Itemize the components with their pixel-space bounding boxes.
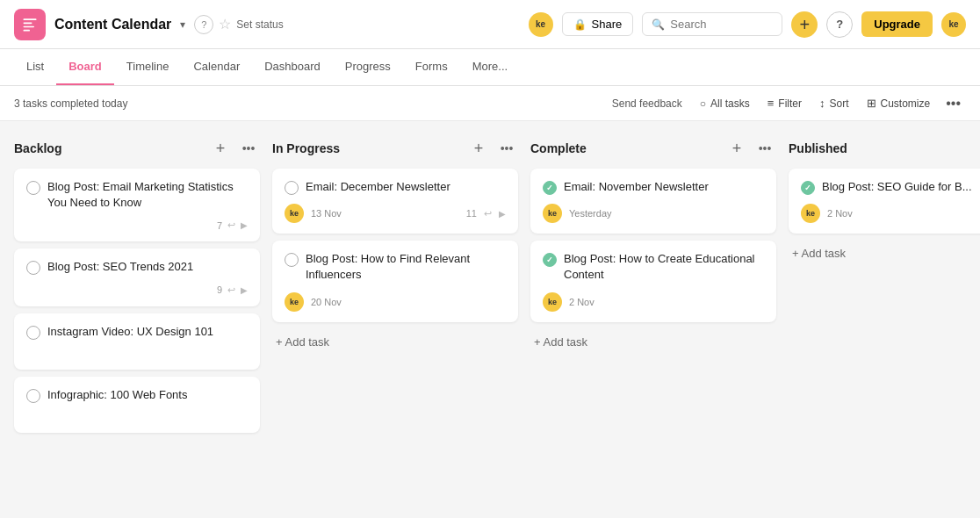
card-3-check	[26, 326, 40, 340]
card-4[interactable]: Infographic: 100 Web Fonts	[14, 377, 260, 433]
nav-item-calendar[interactable]: Calendar	[181, 49, 252, 85]
nav-item-dashboard[interactable]: Dashboard	[252, 49, 333, 85]
toolbar-more-btn[interactable]: •••	[940, 92, 966, 115]
col-more-in-progress[interactable]: •••	[495, 137, 518, 160]
card-8-title: Blog Post: How to Create Educational Con…	[564, 251, 764, 283]
card-5-icon1: ↩	[484, 208, 492, 219]
card-9-title: Blog Post: SEO Guide for B...	[822, 179, 972, 195]
search-icon: 🔍	[652, 18, 665, 31]
add-task-published[interactable]: + Add task	[789, 241, 980, 266]
nav-item-progress[interactable]: Progress	[333, 49, 403, 85]
card-6[interactable]: Blog Post: How to Find Relevant Influenc…	[272, 241, 518, 321]
svg-rect-3	[24, 29, 31, 31]
card-3[interactable]: Instagram Video: UX Design 101	[14, 313, 260, 370]
card-1-meta: 7	[217, 220, 222, 231]
card-3-title: Instagram Video: UX Design 101	[47, 324, 213, 340]
project-title: Content Calendar	[54, 17, 171, 32]
card-7-avatar: ke	[543, 204, 562, 223]
card-8-date: 2 Nov	[569, 297, 594, 307]
card-7-title: Email: November Newsletter	[564, 179, 709, 195]
app-icon	[14, 9, 46, 40]
card-5[interactable]: Email: December Newsletter ke 13 Nov 11 …	[272, 169, 518, 234]
col-more-backlog[interactable]: •••	[237, 137, 260, 160]
customize-icon: ⊞	[867, 97, 876, 110]
all-tasks-btn[interactable]: ○ All tasks	[693, 94, 757, 113]
col-add-in-progress[interactable]: +	[467, 137, 490, 160]
sort-label: Sort	[829, 97, 848, 110]
card-1-icon1: ↩	[227, 219, 235, 231]
set-status[interactable]: Set status	[236, 18, 283, 31]
column-complete: Complete + ••• ✓ Email: November Newslet…	[530, 135, 776, 355]
all-tasks-label: All tasks	[710, 97, 750, 110]
column-published: Published + ••• ✓ Blog Post: SEO Guide f…	[789, 135, 980, 266]
card-1-check	[26, 181, 40, 195]
filter-icon: ≡	[767, 97, 775, 110]
toolbar: 3 tasks completed today Send feedback ○ …	[0, 86, 980, 121]
filter-label: Filter	[778, 97, 802, 110]
card-9-avatar: ke	[801, 204, 820, 223]
card-9-check: ✓	[801, 181, 815, 195]
add-task-complete[interactable]: + Add task	[530, 329, 776, 355]
board: Backlog + ••• Blog Post: Email Marketing…	[0, 121, 980, 518]
col-header-backlog: Backlog + •••	[14, 135, 260, 162]
add-task-in-progress[interactable]: + Add task	[272, 329, 518, 355]
send-feedback-link[interactable]: Send feedback	[605, 94, 689, 113]
card-7-date: Yesterday	[569, 208, 612, 219]
card-6-check	[285, 253, 299, 267]
nav-item-board[interactable]: Board	[56, 49, 114, 85]
help-btn[interactable]: ?	[826, 11, 853, 38]
search-input[interactable]	[670, 18, 773, 31]
sort-btn[interactable]: ↕ Sort	[812, 93, 856, 113]
svg-rect-1	[24, 22, 32, 24]
customize-label: Customize	[881, 97, 931, 110]
col-add-backlog[interactable]: +	[209, 137, 232, 160]
col-title-published: Published	[789, 141, 978, 155]
card-7[interactable]: ✓ Email: November Newsletter ke Yesterda…	[530, 169, 776, 234]
header: Content Calendar ▾ ? ☆ Set status ke 🔒 S…	[0, 0, 980, 49]
col-title-in-progress: In Progress	[272, 141, 462, 155]
col-header-in-progress: In Progress + •••	[272, 135, 518, 162]
card-5-icon2: ▶	[499, 209, 506, 219]
col-add-complete[interactable]: +	[725, 137, 748, 160]
col-title-backlog: Backlog	[14, 141, 204, 155]
card-5-title: Email: December Newsletter	[306, 179, 450, 195]
filter-btn[interactable]: ≡ Filter	[760, 93, 809, 113]
card-9[interactable]: ✓ Blog Post: SEO Guide for B... ke 2 Nov	[789, 169, 980, 234]
search-box: 🔍	[642, 12, 782, 36]
card-5-avatar: ke	[285, 204, 304, 223]
nav-item-timeline[interactable]: Timeline	[114, 49, 182, 85]
share-label: Share	[592, 18, 623, 31]
card-7-check: ✓	[543, 181, 557, 195]
card-4-check	[26, 389, 40, 403]
col-more-complete[interactable]: •••	[753, 137, 776, 160]
tasks-completed-text: 3 tasks completed today	[14, 97, 602, 110]
title-area: Content Calendar ▾ ? ☆ Set status	[54, 15, 284, 34]
card-2-check	[26, 261, 40, 275]
nav-item-forms[interactable]: Forms	[403, 49, 460, 85]
card-6-avatar: ke	[285, 292, 304, 312]
nav-item-list[interactable]: List	[14, 49, 56, 85]
share-btn[interactable]: 🔒 Share	[562, 12, 634, 36]
col-header-complete: Complete + •••	[530, 135, 776, 162]
card-9-date: 2 Nov	[827, 208, 853, 219]
tasks-icon: ○	[700, 97, 706, 110]
upgrade-btn[interactable]: Upgrade	[861, 11, 933, 37]
title-dropdown-btn[interactable]: ▾	[177, 17, 189, 32]
header-avatar-right: ke	[941, 12, 966, 37]
customize-btn[interactable]: ⊞ Customize	[860, 93, 938, 113]
info-btn[interactable]: ?	[194, 15, 213, 34]
card-8-check: ✓	[543, 253, 557, 267]
card-1[interactable]: Blog Post: Email Marketing Statistics Yo…	[14, 169, 260, 241]
card-8[interactable]: ✓ Blog Post: How to Create Educational C…	[530, 241, 776, 321]
card-1-title: Blog Post: Email Marketing Statistics Yo…	[47, 179, 248, 211]
svg-rect-2	[24, 25, 35, 27]
star-btn[interactable]: ☆	[219, 16, 231, 32]
card-1-icon2: ▶	[241, 220, 248, 230]
add-btn[interactable]: +	[791, 11, 818, 38]
col-title-complete: Complete	[530, 141, 720, 155]
card-2[interactable]: Blog Post: SEO Trends 2021 9 ↩ ▶	[14, 248, 260, 306]
svg-rect-0	[24, 18, 37, 20]
card-4-title: Infographic: 100 Web Fonts	[47, 387, 187, 403]
nav-item-more[interactable]: More...	[460, 49, 520, 85]
card-6-title: Blog Post: How to Find Relevant Influenc…	[306, 251, 506, 283]
